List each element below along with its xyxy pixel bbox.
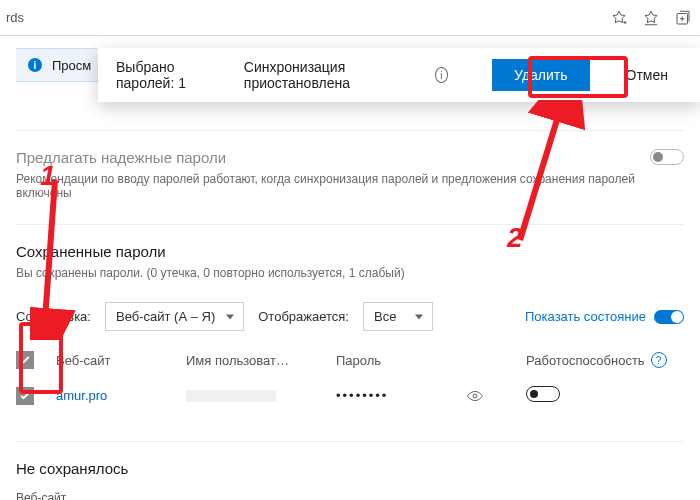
display-dropdown[interactable]: Все bbox=[363, 302, 433, 331]
table-row: amur.pro •••••••• bbox=[16, 378, 684, 413]
saved-title: Сохраненные пароли bbox=[16, 243, 684, 260]
reveal-password-icon[interactable] bbox=[466, 387, 484, 405]
info-icon: i bbox=[28, 58, 42, 72]
site-link[interactable]: amur.pro bbox=[56, 388, 186, 403]
col-health: Работоспособность bbox=[526, 353, 645, 368]
sort-label: Сортировка: bbox=[16, 309, 91, 324]
favorites-icon[interactable] bbox=[642, 9, 660, 27]
notice-text: Просм bbox=[52, 58, 91, 73]
display-label: Отображается: bbox=[258, 309, 349, 324]
username-hidden bbox=[186, 390, 276, 402]
health-toggle[interactable] bbox=[654, 310, 684, 324]
saved-subtitle: Вы сохранены пароли. (0 утечка, 0 повтор… bbox=[16, 266, 684, 280]
collections-icon[interactable] bbox=[674, 9, 692, 27]
suggest-toggle[interactable] bbox=[650, 149, 684, 165]
sort-dropdown[interactable]: Веб-сайт (А – Я) bbox=[105, 302, 244, 331]
sync-status: Синхронизация приостановлена bbox=[244, 59, 413, 91]
col-site: Веб-сайт bbox=[56, 353, 186, 368]
selection-count: Выбрано паролей: 1 bbox=[116, 59, 222, 91]
select-all-checkbox[interactable] bbox=[16, 351, 34, 369]
health-badge bbox=[526, 386, 560, 402]
address-bar-url[interactable]: rds bbox=[0, 10, 610, 25]
never-site-col: Веб-сайт bbox=[16, 491, 684, 500]
svg-point-6 bbox=[473, 394, 477, 398]
table-header-row: Веб-сайт Имя пользоват… Пароль Работоспо… bbox=[16, 343, 684, 378]
delete-button[interactable]: Удалить bbox=[492, 59, 589, 91]
suggest-title: Предлагать надежные пароли bbox=[16, 149, 650, 166]
never-saved-title: Не сохранялось bbox=[16, 460, 684, 477]
add-favorite-icon[interactable] bbox=[610, 9, 628, 27]
suggest-subtitle: Рекомендации по вводу паролей работают, … bbox=[16, 172, 650, 200]
cancel-button[interactable]: Отмен bbox=[612, 59, 682, 91]
help-icon[interactable]: ? bbox=[651, 352, 667, 368]
col-user: Имя пользоват… bbox=[186, 353, 336, 368]
show-health-label: Показать состояние bbox=[525, 309, 646, 324]
row-checkbox[interactable] bbox=[16, 387, 34, 405]
password-mask: •••••••• bbox=[336, 388, 466, 403]
info-outline-icon[interactable]: i bbox=[435, 67, 448, 83]
col-password: Пароль bbox=[336, 353, 466, 368]
selection-toolbar: Выбрано паролей: 1 Синхронизация приоста… bbox=[98, 48, 700, 102]
